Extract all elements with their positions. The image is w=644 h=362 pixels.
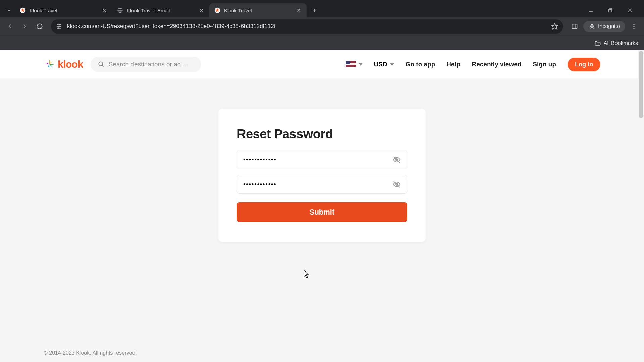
copyright-text: © 2014-2023 Klook. All rights reserved. [44,350,137,356]
card-title: Reset Password [237,127,407,141]
search-box[interactable]: Search destinations or ac… [91,57,201,72]
browser-tab-2[interactable]: Klook Travel: Email ✕ [112,3,209,17]
browser-tab-1[interactable]: Klook Travel ✕ [15,3,112,17]
svg-point-19 [590,27,592,28]
submit-button[interactable]: Submit [237,202,407,222]
maximize-window[interactable] [606,6,615,15]
brand-logo[interactable]: klook [44,59,83,70]
incognito-label: Incognito [598,23,620,29]
close-tab-icon[interactable]: ✕ [198,7,205,14]
site-settings-icon[interactable] [56,23,62,30]
toggle-password-visibility-icon[interactable] [393,156,401,164]
chevron-down-icon [359,63,363,66]
logo-mark-icon [44,59,55,70]
recently-viewed-link[interactable]: Recently viewed [472,61,522,68]
confirm-password-field-wrapper [237,175,407,194]
toggle-password-visibility-icon[interactable] [393,180,401,188]
star-icon[interactable] [551,23,558,30]
bookmark-bar: All Bookmarks [0,36,644,50]
brand-name: klook [58,59,83,70]
minimize-window[interactable] [586,6,596,15]
incognito-indicator[interactable]: Incognito [583,21,625,32]
reset-password-card: Reset Password Submit [218,109,426,242]
svg-point-14 [58,28,59,29]
new-password-input[interactable] [243,156,393,163]
browser-tab-3[interactable]: Klook Travel ✕ [209,3,307,17]
address-bar[interactable]: klook.com/en-US/resetpwd?user_token=2903… [51,19,563,34]
globe-favicon [117,7,123,14]
log-in-button[interactable]: Log in [568,58,600,71]
tab-title: Klook Travel: Email [127,8,195,13]
svg-point-23 [633,26,634,27]
klook-favicon [214,7,221,14]
currency-label: USD [374,61,387,68]
site-footer: © 2014-2023 Klook. All rights reserved. [0,344,644,362]
site-header: klook Search destinations or ac… USD Go … [0,50,644,78]
confirm-password-input[interactable] [243,181,393,188]
new-tab-button[interactable]: + [309,5,320,16]
back-button[interactable] [4,20,16,33]
us-flag-icon [346,61,356,68]
language-selector[interactable] [346,61,363,68]
close-tab-icon[interactable]: ✕ [295,7,302,14]
close-tab-icon[interactable]: ✕ [101,7,107,14]
svg-rect-18 [590,26,595,26]
browser-toolbar: klook.com/en-US/resetpwd?user_token=2903… [0,17,644,36]
svg-rect-6 [609,9,611,12]
side-panel-icon[interactable] [569,20,581,33]
tab-bar: Klook Travel ✕ Klook Travel: Email ✕ Klo… [0,0,644,17]
reload-button[interactable] [34,20,46,33]
svg-point-22 [633,24,634,25]
sign-up-link[interactable]: Sign up [533,61,556,68]
search-placeholder: Search destinations or ac… [109,61,187,68]
tab-title: Klook Travel [224,8,292,13]
svg-point-12 [58,24,59,25]
chevron-down-icon [390,63,394,66]
all-bookmarks-label: All Bookmarks [604,40,638,46]
currency-selector[interactable]: USD [374,61,394,68]
svg-point-25 [99,62,103,66]
scrollbar-thumb[interactable] [639,51,643,118]
tab-title: Klook Travel [30,8,97,13]
close-window[interactable] [625,6,635,15]
url-text: klook.com/en-US/resetpwd?user_token=2903… [67,23,546,30]
menu-icon[interactable] [628,20,640,33]
tabs-dropdown[interactable] [3,5,15,16]
vertical-scrollbar[interactable] [638,50,644,362]
help-link[interactable]: Help [446,61,460,68]
go-to-app-link[interactable]: Go to app [406,61,435,68]
klook-favicon [19,7,26,14]
all-bookmarks-button[interactable]: All Bookmarks [594,40,638,47]
search-icon [98,61,105,68]
svg-marker-15 [552,23,558,29]
svg-point-20 [592,27,594,28]
svg-rect-16 [572,24,577,28]
new-password-field-wrapper [237,150,407,169]
svg-point-24 [633,28,634,29]
svg-point-13 [59,26,60,27]
svg-line-26 [102,65,103,67]
forward-button[interactable] [19,20,31,33]
